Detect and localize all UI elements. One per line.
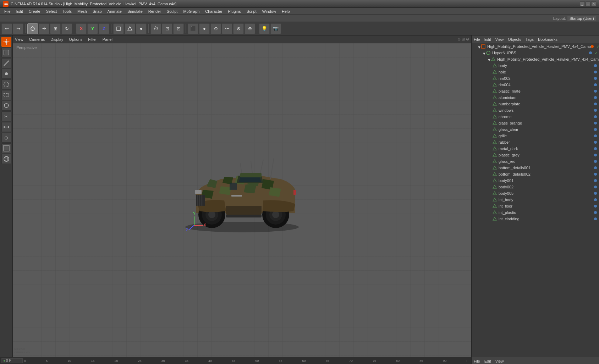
undo-button[interactable]: ↩ [1,23,12,34]
tree-item-plastic_grey[interactable]: plastic_grey [472,152,599,158]
tree-item-hole[interactable]: hole [472,69,599,75]
move-tool-button[interactable]: ✛ [39,23,49,34]
tree-item-int_floor[interactable]: int_floor [472,203,599,209]
menu-animate[interactable]: Animate [105,9,125,14]
y-axis-button[interactable]: Y [87,23,98,34]
vp-menu-view[interactable]: View [15,37,23,42]
render-region-button[interactable]: ⊡ [162,23,172,34]
edge-tool[interactable] [1,58,11,68]
tree-item-body005[interactable]: body005 [472,190,599,197]
objects-objects-menu[interactable]: Objects [508,37,521,42]
close-button[interactable]: ✕ [591,1,596,6]
tree-item-metal_dark[interactable]: metal_dark [472,145,599,152]
magnet-tool[interactable]: ⊙ [1,133,11,143]
redo-button[interactable]: ↪ [13,23,23,34]
select-tool-button[interactable] [27,23,38,34]
tree-item-plastic_mate[interactable]: plastic_mate [472,88,599,94]
bridge-tool[interactable] [1,122,11,132]
cube-button[interactable]: ⬛ [188,23,198,34]
tree-item-main-object[interactable]: ▼ High_Mobility_Protected_Vehicle_Hawkei… [472,56,599,62]
tree-item-body[interactable]: body [472,62,599,69]
knife-tool[interactable]: ✂ [1,111,11,121]
menu-window[interactable]: Window [259,9,279,14]
layout-value[interactable]: Startup (User) [567,16,596,21]
properties-edit-menu[interactable]: Edit [484,359,491,363]
point-mode-button[interactable] [136,23,147,34]
lasso-tool[interactable] [1,101,11,111]
texture-tool[interactable] [1,154,11,164]
vp-menu-cameras[interactable]: Cameras [29,37,45,42]
menu-plugins[interactable]: Plugins [225,9,244,14]
menu-render[interactable]: Render [145,9,164,14]
point-tool[interactable] [1,69,11,79]
objects-file-menu[interactable]: File [474,37,480,42]
tree-item-windows[interactable]: windows [472,107,599,114]
menu-script[interactable]: Script [244,9,259,14]
tree-item-body001[interactable]: body001 [472,177,599,184]
nurbs-button[interactable]: ⊗ [233,23,244,34]
tree-item-aluminium[interactable]: aluminium [472,94,599,101]
objects-edit-menu[interactable]: Edit [484,37,491,42]
tree-item-glass_orange[interactable]: glass_orange [472,120,599,126]
properties-file-menu[interactable]: File [474,359,480,363]
menu-edit[interactable]: Edit [13,9,26,14]
vp-menu-filter[interactable]: Filter [88,37,97,42]
x-axis-button[interactable]: X [76,23,87,34]
tree-item-rim002[interactable]: rim002 [472,75,599,82]
tree-item-root[interactable]: ▼ High_Mobility_Protected_Vehicle_Hawkei… [472,43,599,50]
tree-item-rubber[interactable]: rubber [472,139,599,145]
timeline-button[interactable]: ⏱ [150,23,161,34]
tree-item-int_body[interactable]: int_body [472,197,599,203]
menu-tools[interactable]: Tools [60,9,75,14]
tree-item-bottom_details002[interactable]: bottom_details002 [472,171,599,177]
light-button[interactable]: 💡 [259,23,270,34]
sphere-button[interactable]: ● [199,23,210,34]
viewport[interactable]: Perspective [13,43,471,357]
tree-item-grille[interactable]: grille [472,133,599,139]
menu-mesh[interactable]: Mesh [75,9,90,14]
menu-snap[interactable]: Snap [90,9,105,14]
move-tool[interactable] [1,37,11,47]
z-axis-button[interactable]: Z [99,23,109,34]
tree-item-rim004[interactable]: rim004 [472,82,599,88]
polygon-mode-button[interactable] [125,23,135,34]
window-controls[interactable]: _ □ ✕ [580,1,596,6]
scale-tool-button[interactable]: ⊞ [50,23,61,34]
objects-bookmarks-menu[interactable]: Bookmarks [538,37,557,42]
maximize-button[interactable]: □ [586,1,590,6]
menu-mograph[interactable]: MoGraph [180,9,202,14]
minimize-button[interactable]: _ [580,1,585,6]
menu-sculpt[interactable]: Sculpt [164,9,181,14]
menu-help[interactable]: Help [279,9,293,14]
tree-item-int_plastic[interactable]: int_plastic [472,209,599,216]
tree-item-numberplate[interactable]: numberplate [472,101,599,107]
cylinder-button[interactable]: ⊙ [210,23,221,34]
tree-item-bottom_details001[interactable]: bottom_details001 [472,165,599,171]
spline-button[interactable]: 〜 [222,23,232,34]
menu-simulate[interactable]: Simulate [125,9,145,14]
menu-file[interactable]: File [1,9,13,14]
menu-create[interactable]: Create [26,9,43,14]
deformer-button[interactable]: ⊕ [244,23,255,34]
menu-character[interactable]: Character [202,9,225,14]
properties-view-menu[interactable]: View [495,359,504,363]
tree-item-glass_red[interactable]: glass_red [472,158,599,165]
tree-item-glass_clear[interactable]: glass_clear [472,126,599,133]
rect-select-tool[interactable] [1,90,11,100]
vp-menu-options[interactable]: Options [69,37,82,42]
tree-item-body002[interactable]: body002 [472,184,599,190]
objects-tags-menu[interactable]: Tags [526,37,534,42]
polygon-tool[interactable] [1,48,11,57]
tree-item-chrome[interactable]: chrome [472,114,599,120]
tree-item-hypernurbs[interactable]: ▼ HyperNURBS ✓ [472,50,599,56]
vp-menu-panel[interactable]: Panel [103,37,112,42]
menu-select[interactable]: Select [43,9,60,14]
camera-button[interactable]: 📷 [270,23,281,34]
vp-menu-display[interactable]: Display [50,37,63,42]
tree-item-int_cladding[interactable]: int_cladding [472,216,599,222]
paint-tool[interactable] [1,143,11,153]
live-select-tool[interactable] [1,79,11,89]
rotate-tool-button[interactable]: ↻ [61,23,72,34]
object-mode-button[interactable] [113,23,124,34]
render-button[interactable]: ⊡ [173,23,184,34]
